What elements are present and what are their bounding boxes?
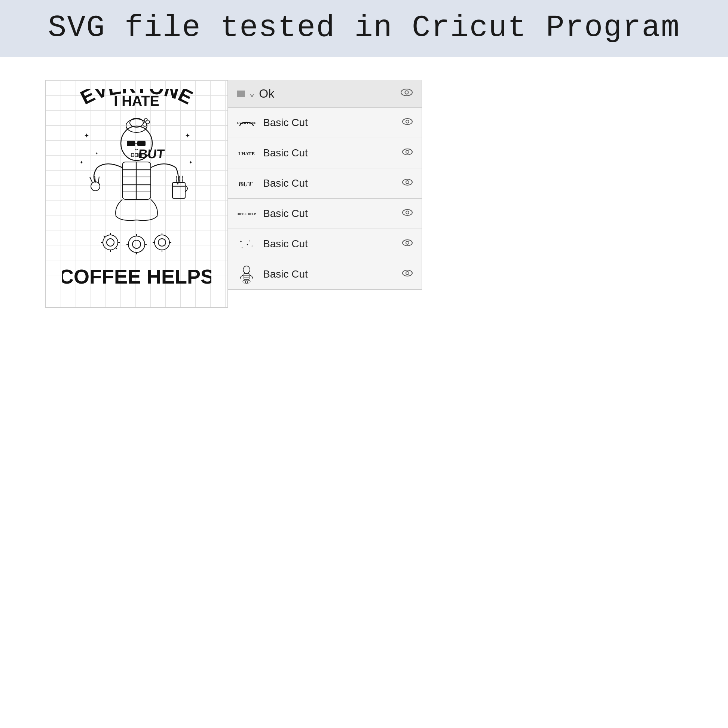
svg-point-33 <box>107 239 114 246</box>
svg-line-29 <box>98 177 99 182</box>
svg-point-80 <box>247 280 250 283</box>
svg-point-46 <box>154 235 170 250</box>
svg-point-18 <box>146 120 150 124</box>
header-title: SVG file tested in Cricut Program <box>0 11 728 45</box>
layer-row-left: BUT Basic Cut <box>237 174 308 193</box>
svg-text:✦: ✦ <box>80 159 83 166</box>
layer-label-2: Basic Cut <box>263 147 308 159</box>
layer-row[interactable]: COFFEE HELPS Basic Cut <box>228 199 422 229</box>
svg-text:COFFEE HELPS: COFFEE HELPS <box>237 213 256 216</box>
svg-text:✦: ✦ <box>240 239 242 243</box>
layer-visibility-icon-5[interactable] <box>402 238 413 249</box>
svg-text:✦: ✦ <box>95 151 98 156</box>
svg-line-38 <box>104 236 105 237</box>
chevron-down-icon[interactable]: ⌄ <box>249 89 254 99</box>
svg-text:EVERYONE: EVERYONE <box>237 121 256 125</box>
svg-point-19 <box>144 118 147 121</box>
layer-row[interactable]: Basic Cut <box>228 259 422 289</box>
layer-label-5: Basic Cut <box>263 238 308 250</box>
layer-visibility-icon-1[interactable] <box>402 117 413 128</box>
header-banner: SVG file tested in Cricut Program <box>0 0 728 57</box>
svg-preview: I HATE EVERYONE ✦ ✦ ✦ ✦ ✦ BUT <box>45 80 228 308</box>
visibility-icon[interactable] <box>401 88 413 99</box>
svg-rect-13 <box>135 153 138 157</box>
svg-rect-75 <box>244 274 249 280</box>
svg-text:I HATE: I HATE <box>238 151 255 156</box>
svg-point-73 <box>406 241 409 244</box>
layer-row[interactable]: EVERYONE Basic Cut <box>228 108 422 138</box>
svg-point-65 <box>402 210 412 216</box>
svg-point-56 <box>402 119 412 125</box>
svg-point-63 <box>406 181 409 184</box>
layer-thumbnail-ihate: I HATE <box>237 143 256 163</box>
layer-label-6: Basic Cut <box>263 268 308 280</box>
layers-panel: ⌄ Ok EVERYONE Basic C <box>228 80 422 290</box>
svg-text:✦: ✦ <box>189 159 193 166</box>
svg-text:✦: ✦ <box>185 131 190 140</box>
svg-rect-12 <box>131 153 134 157</box>
svg-text:✦: ✦ <box>84 131 89 140</box>
layer-thumbnail-everyone: EVERYONE <box>237 113 256 132</box>
svg-text:✦: ✦ <box>241 246 243 249</box>
svg-text:COFFEE HELPS: COFFEE HELPS <box>62 265 211 288</box>
svg-point-53 <box>401 89 412 96</box>
svg-point-57 <box>406 120 409 123</box>
svg-point-60 <box>406 150 409 153</box>
layer-thumbnail-coffeehelps: COFFEE HELPS <box>237 204 256 223</box>
svg-line-39 <box>116 248 117 249</box>
svg-rect-30 <box>173 182 185 198</box>
svg-rect-9 <box>127 141 135 146</box>
svg-point-72 <box>402 240 412 246</box>
layer-row-left: EVERYONE Basic Cut <box>237 113 308 132</box>
main-content: I HATE EVERYONE ✦ ✦ ✦ ✦ ✦ BUT <box>0 57 728 308</box>
layer-row-left: Basic Cut <box>237 265 308 284</box>
svg-point-47 <box>158 239 166 246</box>
layer-label-1: Basic Cut <box>263 117 308 129</box>
svg-point-66 <box>406 211 409 214</box>
svg-point-81 <box>402 270 412 276</box>
header-square <box>237 90 245 97</box>
svg-point-82 <box>406 272 409 275</box>
svg-point-74 <box>243 266 250 274</box>
layer-thumbnail-skeleton <box>237 265 256 284</box>
svg-line-27 <box>90 177 92 182</box>
svg-text:✦: ✦ <box>249 239 251 242</box>
svg-text:BUT: BUT <box>238 180 253 188</box>
layer-row-left: I HATE Basic Cut <box>237 143 308 163</box>
layer-label-4: Basic Cut <box>263 208 308 220</box>
layer-row[interactable]: BUT Basic Cut <box>228 168 422 199</box>
layer-visibility-icon-3[interactable] <box>402 178 413 189</box>
svg-point-59 <box>402 149 412 155</box>
layer-row-left: ✦ ✦ ✦ ✦ ✦ Basic Cut <box>237 234 308 254</box>
svg-text:✦: ✦ <box>246 243 248 246</box>
layer-label-3: Basic Cut <box>263 177 308 189</box>
layer-row[interactable]: I HATE Basic Cut <box>228 138 422 168</box>
svg-text:✦: ✦ <box>251 244 253 248</box>
svg-point-40 <box>128 236 145 252</box>
svg-point-54 <box>405 90 408 94</box>
svg-point-26 <box>91 182 100 191</box>
skeleton-svg: I HATE EVERYONE ✦ ✦ ✦ ✦ ✦ BUT <box>62 89 211 298</box>
svg-artwork: I HATE EVERYONE ✦ ✦ ✦ ✦ ✦ BUT <box>58 89 215 298</box>
layer-row[interactable]: ✦ ✦ ✦ ✦ ✦ Basic Cut <box>228 229 422 259</box>
layer-visibility-icon-2[interactable] <box>402 147 413 159</box>
layer-thumbnail-dots: ✦ ✦ ✦ ✦ ✦ <box>237 234 256 254</box>
layer-visibility-icon-6[interactable] <box>402 269 413 280</box>
layer-row-left: COFFEE HELPS Basic Cut <box>237 204 308 223</box>
layers-header: ⌄ Ok <box>228 80 422 108</box>
svg-point-41 <box>132 240 141 248</box>
layer-visibility-icon-4[interactable] <box>402 208 413 219</box>
layer-thumbnail-but: BUT <box>237 174 256 193</box>
ok-label: Ok <box>259 87 274 101</box>
svg-point-62 <box>402 179 412 185</box>
layers-header-left: ⌄ Ok <box>237 87 274 101</box>
svg-rect-10 <box>137 141 145 146</box>
